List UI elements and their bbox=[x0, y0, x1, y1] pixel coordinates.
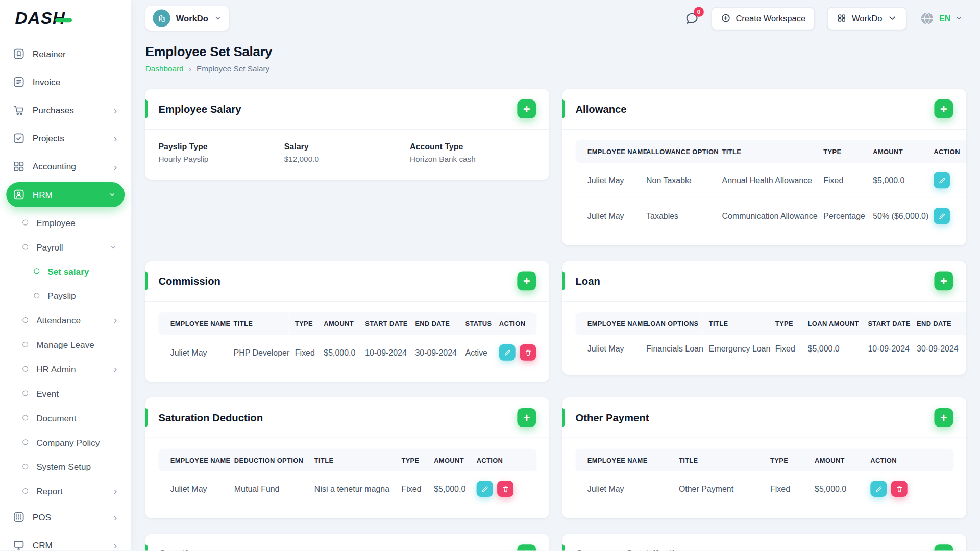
sidebar-item-payroll[interactable]: Payroll bbox=[6, 235, 125, 259]
card-header: Saturation Deduction + bbox=[145, 397, 549, 438]
bullet-icon bbox=[22, 342, 28, 347]
sidebar-item-projects[interactable]: Projects › bbox=[6, 126, 125, 151]
app-logo[interactable]: DASH bbox=[0, 0, 131, 36]
cell-start-date: 10-09-2024 bbox=[359, 335, 409, 370]
sidebar-item-label: HRM bbox=[33, 190, 53, 200]
bullet-icon bbox=[34, 293, 39, 298]
sidebar-item-payslip[interactable]: Payslip bbox=[6, 284, 125, 308]
sidebar-item-label: POS bbox=[33, 512, 51, 522]
workspace-menu-button[interactable]: WorkDo bbox=[827, 7, 906, 30]
messages-button[interactable]: 0 bbox=[684, 11, 699, 25]
breadcrumb-dashboard-link[interactable]: Dashboard bbox=[145, 64, 184, 73]
sidebar-item-pos[interactable]: POS › bbox=[6, 505, 125, 530]
add-allowance-button[interactable]: + bbox=[934, 99, 953, 118]
hrm-submenu: Employee Payroll Set salary Payslip bbox=[6, 210, 125, 505]
delete-button[interactable] bbox=[520, 344, 536, 361]
column-header: Allowance Option bbox=[640, 140, 716, 163]
sidebar-item-label: System Setup bbox=[36, 462, 91, 472]
edit-button[interactable] bbox=[477, 481, 493, 497]
cell-amount: $5,000.0 bbox=[801, 335, 862, 363]
bullet-icon bbox=[34, 268, 39, 274]
workspace-name: WorkDo bbox=[176, 13, 208, 22]
cell-type: Fixed bbox=[817, 163, 867, 198]
add-overtime-button[interactable]: + bbox=[517, 544, 536, 550]
delete-button[interactable] bbox=[497, 481, 513, 497]
sidebar-item-invoice[interactable]: Invoice bbox=[6, 69, 125, 94]
saturation-deduction-table-scroll: Employee Name Deduction Option Title Typ… bbox=[145, 438, 549, 518]
add-employee-salary-button[interactable]: + bbox=[517, 99, 536, 118]
column-header: Amount bbox=[317, 312, 359, 335]
sidebar-item-company-policy[interactable]: Company Policy bbox=[6, 430, 125, 455]
chevron-right-icon: › bbox=[113, 540, 119, 550]
logo-dash-accent bbox=[55, 18, 71, 22]
sidebar-item-retainer[interactable]: Retainer bbox=[6, 41, 125, 66]
sidebar-item-crm[interactable]: CRM › bbox=[6, 533, 125, 551]
sidebar-item-label: Event bbox=[36, 388, 59, 398]
monitor-icon bbox=[13, 539, 26, 550]
table-header-row: Employee Name Allowance Option Title Typ… bbox=[575, 140, 966, 163]
edit-button[interactable] bbox=[499, 344, 516, 361]
breadcrumb-separator-icon: › bbox=[188, 64, 191, 73]
sidebar-item-purchases[interactable]: Purchases › bbox=[6, 97, 125, 122]
commission-table: Employee Name Title Type Amount Start Da… bbox=[158, 312, 536, 370]
chevron-right-icon: › bbox=[113, 363, 125, 375]
bookmark-icon bbox=[13, 47, 26, 60]
add-saturation-deduction-button[interactable]: + bbox=[517, 408, 536, 427]
sidebar-item-label: Projects bbox=[33, 133, 64, 143]
card-company-contribution: Company Contribution + bbox=[562, 534, 966, 550]
language-code: EN bbox=[939, 13, 950, 22]
column-header: Loan Amount bbox=[801, 312, 862, 335]
sidebar-item-set-salary[interactable]: Set salary bbox=[6, 259, 125, 284]
add-loan-button[interactable]: + bbox=[934, 271, 953, 290]
cell-title: Emergency Loan bbox=[703, 335, 769, 363]
sidebar-item-label: CRM bbox=[33, 540, 53, 550]
add-commission-button[interactable]: + bbox=[517, 271, 536, 290]
add-other-payment-button[interactable]: + bbox=[934, 408, 953, 427]
sidebar-item-label: Invoice bbox=[33, 77, 60, 87]
breadcrumb: Dashboard › Employee Set Salary bbox=[145, 64, 966, 73]
edit-button[interactable] bbox=[934, 172, 950, 188]
pencil-icon bbox=[874, 485, 883, 493]
allowance-table-scroll[interactable]: Employee Name Allowance Option Title Typ… bbox=[562, 130, 966, 245]
add-company-contribution-button[interactable]: + bbox=[934, 544, 953, 550]
card-title: Employee Salary bbox=[158, 103, 241, 115]
cell-title: PHP Developer bbox=[227, 335, 288, 370]
sidebar-item-label: Payslip bbox=[47, 291, 76, 301]
workspace-switcher[interactable]: WorkDo bbox=[145, 6, 229, 31]
sidebar-item-report[interactable]: Report › bbox=[6, 479, 125, 504]
sidebar-item-accounting[interactable]: Accounting › bbox=[6, 154, 125, 179]
language-selector[interactable]: EN bbox=[919, 10, 963, 26]
delete-button[interactable] bbox=[891, 481, 908, 497]
column-header: Employee Name bbox=[575, 449, 672, 471]
trash-icon bbox=[524, 348, 532, 357]
sidebar-item-document[interactable]: Document bbox=[6, 406, 125, 430]
edit-button[interactable] bbox=[934, 208, 950, 224]
card-title: Loan bbox=[575, 275, 600, 287]
employee-salary-details: Payslip Type Hourly Payslip Salary $12,0… bbox=[145, 130, 549, 180]
sidebar-item-label: Payroll bbox=[36, 242, 63, 252]
workspace-menu-label: WorkDo bbox=[852, 13, 883, 22]
column-header: Deduction Option bbox=[228, 449, 308, 471]
sidebar-item-hr-admin[interactable]: HR Admin › bbox=[6, 357, 125, 381]
create-workspace-button[interactable]: Create Workspace bbox=[712, 7, 815, 30]
loan-table-scroll[interactable]: Employee Name Loan Options Title Type Lo… bbox=[562, 302, 966, 375]
bullet-icon bbox=[22, 439, 28, 445]
edit-button[interactable] bbox=[870, 481, 887, 497]
cell-employee: Juliet May bbox=[575, 198, 640, 233]
cell-option: Taxables bbox=[640, 198, 716, 233]
cell-amount: $5,000.0 bbox=[317, 335, 359, 370]
column-header: Type bbox=[769, 312, 802, 335]
column-header: Type bbox=[289, 312, 317, 335]
sidebar-item-system-setup[interactable]: System Setup bbox=[6, 455, 125, 479]
plus-circle-icon bbox=[721, 13, 731, 23]
column-header: Employee Name bbox=[575, 140, 640, 163]
sidebar-item-manage-leave[interactable]: Manage Leave bbox=[6, 332, 125, 357]
cell-employee: Juliet May bbox=[158, 471, 228, 507]
cell-type: Fixed bbox=[395, 471, 428, 507]
sidebar-item-hrm[interactable]: HRM bbox=[6, 182, 125, 207]
sidebar-item-attendance[interactable]: Attendance › bbox=[6, 308, 125, 333]
sidebar-item-employee[interactable]: Employee bbox=[6, 210, 125, 235]
column-header: Title bbox=[227, 312, 288, 335]
cell-employee: Juliet May bbox=[575, 471, 672, 507]
sidebar-item-event[interactable]: Event bbox=[6, 381, 125, 406]
